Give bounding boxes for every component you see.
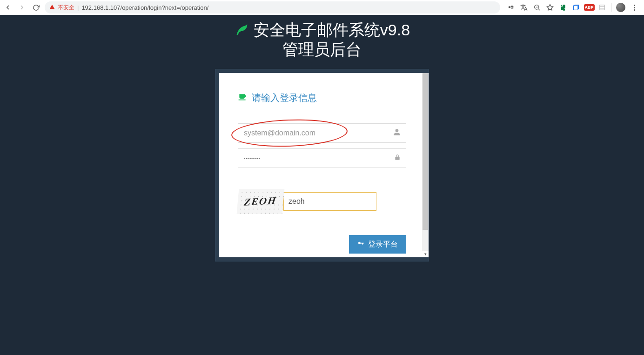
profile-avatar[interactable] — [616, 3, 625, 12]
back-button[interactable] — [3, 2, 13, 13]
scroll-down-arrow[interactable]: ▾ — [422, 251, 429, 257]
lock-icon — [394, 154, 401, 162]
password-input[interactable] — [238, 148, 406, 168]
insecure-warning-icon — [49, 4, 55, 11]
forward-button[interactable] — [17, 2, 27, 13]
star-icon[interactable] — [546, 3, 554, 12]
page-title-line2: 管理员后台 — [0, 39, 644, 60]
login-button[interactable]: 登录平台 — [349, 235, 406, 254]
insecure-label: 不安全 — [58, 4, 74, 12]
scrollbar-thumb[interactable] — [423, 73, 428, 230]
page-title-block: 安全电子邮件系统v9.8 管理员后台 — [0, 20, 644, 60]
captcha-text: ZEOH — [243, 194, 277, 208]
popup-icon[interactable] — [572, 3, 580, 12]
reload-button[interactable] — [31, 2, 41, 13]
browser-toolbar: 不安全 | 192.168.1.107/operation/login?next… — [0, 0, 644, 15]
key-icon[interactable] — [507, 3, 515, 12]
address-separator: | — [77, 4, 79, 11]
captcha-image[interactable]: ZEOH — [237, 189, 285, 214]
grid-icon[interactable] — [598, 3, 606, 12]
zoom-icon[interactable] — [533, 3, 541, 12]
coffee-icon — [238, 92, 247, 104]
translate-icon[interactable] — [520, 3, 528, 12]
password-group — [238, 148, 406, 168]
menu-button[interactable] — [630, 3, 638, 12]
login-panel: 请输入登录信息 ZEOH — [215, 69, 429, 261]
page-body: 安全电子邮件系统v9.8 管理员后台 请输入登录信息 — [0, 15, 644, 355]
login-form: 请输入登录信息 ZEOH — [219, 73, 425, 257]
username-group — [238, 123, 406, 143]
toolbar-right: ABP — [504, 3, 641, 12]
address-bar[interactable]: 不安全 | 192.168.1.107/operation/login?next… — [45, 1, 500, 13]
svg-line-1 — [538, 9, 540, 10]
svg-marker-3 — [547, 4, 553, 10]
svg-rect-5 — [600, 5, 605, 10]
key-icon — [357, 240, 364, 249]
login-header: 请输入登录信息 — [238, 92, 406, 110]
captcha-input[interactable] — [283, 192, 376, 211]
username-input[interactable] — [238, 123, 406, 143]
toolbar-separator — [611, 3, 611, 12]
user-icon — [393, 128, 401, 138]
login-header-text: 请输入登录信息 — [252, 92, 317, 104]
leaf-icon — [234, 20, 250, 40]
login-button-label: 登录平台 — [368, 240, 398, 249]
svg-rect-4 — [574, 6, 578, 10]
url-text: 192.168.1.107/operation/login?next=/oper… — [81, 4, 496, 11]
page-title-line1: 安全电子邮件系统v9.8 — [254, 20, 410, 41]
evernote-icon[interactable] — [559, 3, 567, 12]
captcha-row: ZEOH — [238, 189, 406, 214]
scrollbar[interactable]: ▾ — [422, 73, 429, 257]
abp-icon[interactable]: ABP — [585, 3, 593, 12]
